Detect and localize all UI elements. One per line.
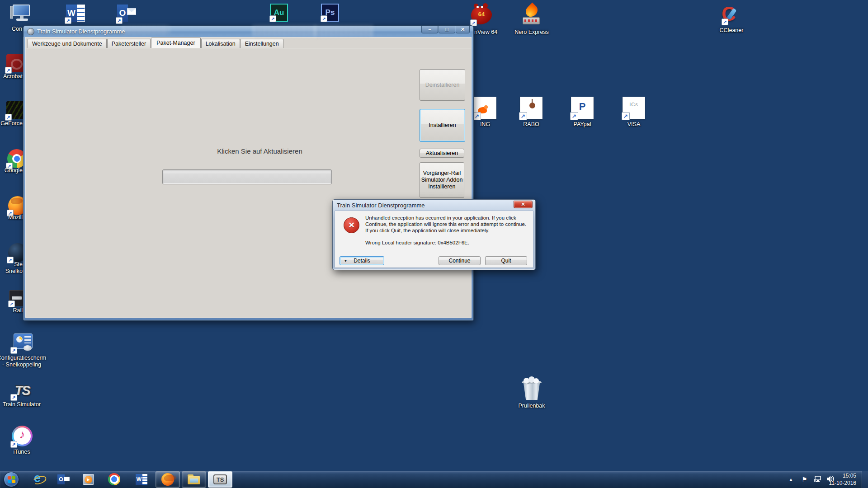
details-button[interactable]: ▼ Details xyxy=(340,256,384,265)
shortcut-arrow-icon: ↗ xyxy=(5,67,12,74)
desktop: Con W ↗ O ↗ Au ↗ Ps ↗ 64 ↗ nView 64 Nero… xyxy=(0,0,868,488)
progress-bar xyxy=(162,169,332,184)
desktop-icon-computer-label: Con xyxy=(0,26,22,33)
continue-button[interactable]: Continue xyxy=(439,256,481,265)
tab-einstellungen[interactable]: Einstellungen xyxy=(241,39,283,48)
desktop-icon-acrobat[interactable]: ↗ xyxy=(6,54,24,72)
vorgaenger-addon-button[interactable]: Vorgänger-Rail Simulator Addon installie… xyxy=(420,162,464,198)
shortcut-arrow-icon: ↗ xyxy=(722,19,728,25)
shortcut-arrow-icon: ↗ xyxy=(570,112,578,120)
desktop-icon-itunes-label: iTunes xyxy=(0,449,44,455)
tray-expand-icon[interactable]: ▲ xyxy=(789,477,793,482)
internet-explorer-icon: e xyxy=(34,471,41,485)
music-note-icon: ♪ xyxy=(12,427,33,441)
desktop-icon-paypal-label: PAYpal xyxy=(569,121,596,128)
start-button[interactable] xyxy=(4,472,19,487)
unhandled-exception-dialog: Train Simulator Dienstprogramme ✕ ✕ Unha… xyxy=(332,199,536,270)
desktop-icon-ccleaner[interactable]: C ↗ xyxy=(721,5,743,25)
blurred-text-patch xyxy=(123,26,169,34)
close-button[interactable]: ✕ xyxy=(456,26,470,33)
exception-message: Unhandled exception has occurred in your… xyxy=(365,215,529,234)
desktop-icon-geforce-label: GeForce xyxy=(0,120,23,127)
quit-button[interactable]: Quit xyxy=(485,256,527,265)
desktop-icon-configuratiescherm[interactable]: ↗ xyxy=(12,333,33,352)
taskbar: e O ▶ W TS ▲ ⚑ xyxy=(0,471,868,488)
desktop-icon-ing-label: ING xyxy=(472,121,499,128)
taskbar-internet-explorer[interactable]: e xyxy=(33,473,45,486)
shortcut-arrow-icon: ↗ xyxy=(8,300,15,307)
tab-strip: Werkzeuge und Dokumente Paketersteller P… xyxy=(28,38,284,48)
taskbar-outlook[interactable]: O xyxy=(57,473,70,486)
maximize-button[interactable]: □ xyxy=(439,26,455,33)
outlook-icon: O xyxy=(59,476,63,483)
desktop-icon-photoshop[interactable]: Ps ↗ xyxy=(321,4,339,22)
window-titlebar[interactable]: Train Simulator Dienstprogramme xyxy=(24,26,473,37)
folder-icon xyxy=(188,474,200,484)
taskbar-media-player[interactable]: ▶ xyxy=(82,473,95,486)
minimize-button[interactable]: – xyxy=(421,26,438,33)
taskbar-word[interactable]: W xyxy=(136,473,148,486)
clock-date: 11-10-2016 xyxy=(825,479,856,487)
desktop-icon-recycle-bin[interactable] xyxy=(521,378,542,401)
exception-detail: Wrong Local header signature: 0x4B502F6E… xyxy=(365,240,529,245)
desktop-icon-rail-label: Rail xyxy=(0,307,23,314)
desktop-icon-irfanview[interactable]: 64 ↗ xyxy=(469,5,495,27)
shortcut-arrow-icon: ↗ xyxy=(116,17,123,24)
tab-lokalisation[interactable]: Lokalisation xyxy=(201,39,240,48)
shortcut-arrow-icon: ↗ xyxy=(269,15,276,22)
dialog-close-button[interactable]: ✕ xyxy=(514,201,533,208)
visa-icon: ICs xyxy=(623,102,645,107)
shortcut-arrow-icon: ↗ xyxy=(5,114,12,121)
system-tray: ▲ ⚑ 15:05 11-10-2016 xyxy=(787,471,868,488)
desktop-icon-paypal[interactable]: P ↗ xyxy=(571,97,594,119)
shortcut-arrow-icon: ↗ xyxy=(519,112,527,120)
tab-werkzeuge-und-dokumente[interactable]: Werkzeuge und Dokumente xyxy=(28,39,107,48)
shortcut-arrow-icon: ↗ xyxy=(65,17,71,24)
desktop-icon-ing[interactable]: ↗ xyxy=(474,97,496,119)
desktop-icon-audition[interactable]: Au ↗ xyxy=(270,4,288,22)
desktop-icon-nero-label: Nero Express xyxy=(509,29,554,36)
app-globe-icon xyxy=(27,28,34,35)
desktop-icon-train-simulator[interactable]: TS ↗ xyxy=(12,383,33,399)
show-desktop-button[interactable] xyxy=(862,471,868,488)
desktop-icon-configuratiescherm-label: Configuratiescherm - Snelkoppeling xyxy=(0,355,47,368)
tab-paketersteller[interactable]: Paketersteller xyxy=(107,39,151,48)
desktop-icon-computer[interactable] xyxy=(10,5,33,23)
paket-manager-panel: Klicken Sie auf Aktualisieren Deinstalli… xyxy=(25,48,472,318)
desktop-icon-rabo[interactable]: ↗ xyxy=(520,97,542,119)
taskbar-clock[interactable]: 15:05 11-10-2016 xyxy=(825,472,856,487)
shortcut-arrow-icon: ↗ xyxy=(321,15,327,22)
blurred-text-patch xyxy=(253,26,317,37)
clock-time: 15:05 xyxy=(825,472,856,479)
windows-flag-icon xyxy=(7,476,15,483)
dialog-titlebar[interactable]: Train Simulator Dienstprogramme xyxy=(333,200,535,211)
train-simulator-utilities-window: Train Simulator Dienstprogramme – □ ✕ We… xyxy=(23,25,474,321)
word-icon: W xyxy=(67,8,75,18)
desktop-icon-nero[interactable] xyxy=(520,5,543,26)
firefox-icon xyxy=(161,473,174,486)
word-icon: W xyxy=(137,476,142,483)
tab-paket-manager[interactable]: Paket-Manager xyxy=(151,38,200,48)
desktop-icon-mozilla-label: Mozill xyxy=(0,214,23,221)
desktop-icon-geforce[interactable]: ↗ xyxy=(6,101,24,119)
aktualisieren-button[interactable]: Aktualisieren xyxy=(420,149,464,158)
window-client-area: Werkzeuge und Dokumente Paketersteller P… xyxy=(25,37,472,318)
details-dropdown-icon: ▼ xyxy=(344,259,347,263)
desktop-icon-itunes[interactable]: ♪ ↗ xyxy=(12,426,33,446)
desktop-icon-word[interactable]: W ↗ xyxy=(66,4,85,23)
shortcut-arrow-icon: ↗ xyxy=(10,347,17,354)
taskbar-train-simulator[interactable]: TS xyxy=(208,471,232,488)
action-center-flag-icon[interactable]: ⚑ xyxy=(802,476,807,483)
desktop-icon-outlook[interactable]: O ↗ xyxy=(117,4,137,23)
desktop-icon-rabo-label: RABO xyxy=(518,121,545,128)
installieren-button[interactable]: Installieren xyxy=(420,109,465,142)
taskbar-chrome[interactable] xyxy=(108,473,120,485)
train-simulator-icon: TS xyxy=(213,474,227,484)
desktop-icon-visa[interactable]: ICs ↗ xyxy=(623,97,645,119)
desktop-icon-irfanview-label: nView 64 xyxy=(474,29,506,36)
taskbar-explorer[interactable] xyxy=(182,471,206,488)
shortcut-arrow-icon: ↗ xyxy=(10,441,17,448)
taskbar-firefox[interactable] xyxy=(156,471,180,488)
deinstallieren-button[interactable]: Deinstallieren xyxy=(420,69,465,101)
network-icon[interactable] xyxy=(814,475,822,484)
